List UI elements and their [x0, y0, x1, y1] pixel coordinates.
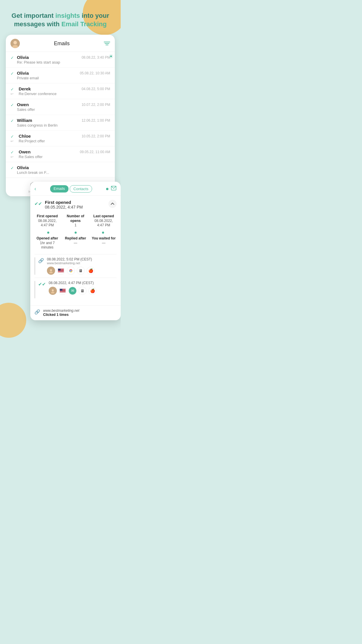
email-subject: Lunch break on F... — [17, 170, 110, 175]
link-url: www.bestmarketing.net — [43, 309, 79, 313]
monitor-icon: 🖥 — [77, 267, 85, 275]
svg-point-23 — [51, 292, 54, 293]
reply-icon: ↩ — [10, 139, 17, 143]
table-row[interactable]: ✓ ↩ Chloe 10.05.22, 2:00 PM Re:Project o… — [6, 131, 115, 146]
reply-icon: ↩ — [10, 92, 17, 96]
status-dot — [106, 188, 108, 190]
header-section: Get important insights into your message… — [6, 9, 115, 28]
open-time: 08.08.2022, 5:02 PM (CEST) — [47, 257, 117, 261]
detail-tabs: Emails Contacts — [50, 185, 92, 192]
check-icon: ✓ — [10, 150, 15, 155]
table-row[interactable]: ✓ ↩ Derek 04.08.22, 5:00 PM Re:Denver co… — [6, 83, 115, 99]
table-row[interactable]: ✓ ↩ Owen 09.05.22, 11:00 AM Re:Sales off… — [6, 146, 115, 162]
emails-title: Emails — [54, 41, 70, 47]
link-icon: 🔗 — [34, 309, 40, 315]
open-record-icons: 🖥 🍎 — [47, 267, 117, 275]
svg-rect-34 — [60, 289, 62, 291]
email-content: Derek 04.08.22, 5:00 PM Re:Denver confer… — [19, 86, 110, 96]
open-time: 08.08.2022, 4:47 PM (CEST) — [49, 281, 117, 285]
header-highlight2: Email Tracking — [61, 20, 107, 28]
stat-num-opens: Number of opens 1 — [63, 214, 89, 228]
stat-value: 1hr and 7 minutes — [34, 241, 60, 250]
email-time: 10.07.22, 2:00 PM — [82, 103, 110, 107]
detail-body: ✔✔ First opened 08.05.2022, 4:47 PM Firs… — [30, 196, 121, 250]
table-row[interactable]: ✓ Olivia 05.08.22, 10:30 AM Private emai… — [6, 68, 115, 83]
apple-icon: 🍎 — [88, 287, 96, 295]
chrome-icon — [67, 267, 75, 275]
check-icon: ✓ — [10, 55, 15, 60]
check-icon: ✓ — [10, 87, 15, 92]
tab-contacts[interactable]: Contacts — [70, 185, 92, 192]
header-highlight1: insights — [55, 12, 80, 19]
mail-app-icon: ✉ — [68, 287, 77, 295]
svg-point-1 — [13, 41, 17, 44]
check-icon: ✓ — [10, 71, 15, 76]
email-subject: Private email — [17, 76, 110, 80]
timeline-line — [34, 257, 35, 275]
tracking-dot — [110, 55, 113, 58]
monitor-icon: 🖥 — [78, 287, 87, 295]
check-double-icon: ✔✔ — [38, 281, 46, 287]
first-opened-date: 08.05.2022, 4:47 PM — [45, 205, 83, 209]
tab-emails[interactable]: Emails — [50, 185, 68, 192]
email-list: ✓ Olivia 08.08.22, 3:40 PM Re: Please le… — [6, 52, 115, 178]
stat-value: 08.08.2022,4:47 PM — [91, 219, 117, 228]
stat-value: 1 — [63, 223, 89, 228]
email-time: 08.08.22, 3:40 PM — [82, 55, 110, 60]
detail-card: ‹ Emails Contacts ✔✔ Fir — [30, 182, 121, 320]
check-icon: ✓ — [10, 134, 15, 139]
svg-rect-31 — [60, 292, 66, 292]
svg-rect-15 — [58, 272, 64, 272]
stat-dot — [47, 232, 49, 234]
check-icon: ✓ — [10, 103, 15, 107]
svg-rect-29 — [60, 291, 66, 291]
stat-label: Replied after — [63, 236, 89, 241]
stat-last-opened: Last opened 08.08.2022,4:47 PM — [91, 214, 117, 228]
chevron-up-button[interactable] — [108, 200, 117, 208]
link-clicks: Clicked 1 times — [43, 313, 79, 317]
svg-point-22 — [52, 289, 54, 291]
stat-value: — — [91, 241, 117, 246]
header-line1: Get important insights into your — [6, 12, 115, 20]
stat-value: 08.08.2022,4:47 PM — [34, 219, 60, 228]
svg-point-5 — [50, 269, 52, 271]
table-row[interactable]: ✓ Owen 10.07.22, 2:00 PM Sales offer — [6, 99, 115, 115]
svg-rect-17 — [58, 269, 61, 271]
link-icon: 🔗 — [38, 258, 44, 263]
page-wrapper: Get important insights into your message… — [0, 0, 121, 341]
first-opened-section: ✔✔ First opened 08.05.2022, 4:47 PM — [34, 200, 117, 209]
email-subject: Sales congress in Berlin — [17, 123, 110, 127]
email-content: Owen 10.07.22, 2:00 PM Sales offer — [17, 102, 110, 112]
table-row[interactable]: ✓ Olivia Lunch break on F... — [6, 162, 115, 178]
deco-circle-bottom-left — [0, 303, 26, 338]
table-row[interactable]: ✓ Olivia 08.08.22, 3:40 PM Re: Please le… — [6, 52, 115, 68]
svg-rect-16 — [58, 272, 64, 273]
email-subject: Re:Project offer — [19, 139, 110, 143]
apple-icon: 🍎 — [87, 267, 95, 275]
svg-point-6 — [49, 272, 52, 273]
link-section: 🔗 www.bestmarketing.net Clicked 1 times — [30, 305, 121, 320]
first-opened-text: First opened 08.05.2022, 4:47 PM — [45, 200, 83, 209]
email-subject: Re:Sales offer — [19, 155, 110, 159]
email-name: Olivia — [17, 55, 29, 60]
email-time: 10.05.22, 2:00 PM — [82, 134, 110, 138]
email-content: Owen 09.05.22, 11:00 AM Re:Sales offer — [19, 149, 110, 159]
flag-icon — [59, 287, 67, 295]
open-record-icons: ✉ 🖥 🍎 — [49, 287, 117, 295]
compose-icon[interactable] — [111, 185, 117, 192]
emails-card: Emails ✓ Olivia 08.08.22, 3:40 PM Re: Pl… — [6, 35, 115, 196]
email-subject: Re: Please lets start asap — [17, 60, 110, 64]
email-time: 04.08.22, 5:00 PM — [82, 87, 110, 91]
header-line2: messages with Email Tracking — [6, 20, 115, 29]
svg-rect-33 — [60, 292, 66, 293]
svg-rect-12 — [58, 271, 64, 271]
stat-label: You waited for — [91, 236, 117, 241]
back-button[interactable]: ‹ — [34, 186, 36, 192]
stat-label: First opened — [34, 214, 60, 219]
stat-waited-for: You waited for — — [91, 236, 117, 250]
table-row[interactable]: ✓ William 12.06.22, 1:00 PM Sales congre… — [6, 115, 115, 131]
stat-dot — [75, 232, 77, 234]
svg-point-21 — [70, 270, 71, 271]
detail-card-header: ‹ Emails Contacts — [30, 182, 121, 196]
filter-icon[interactable] — [104, 42, 110, 45]
